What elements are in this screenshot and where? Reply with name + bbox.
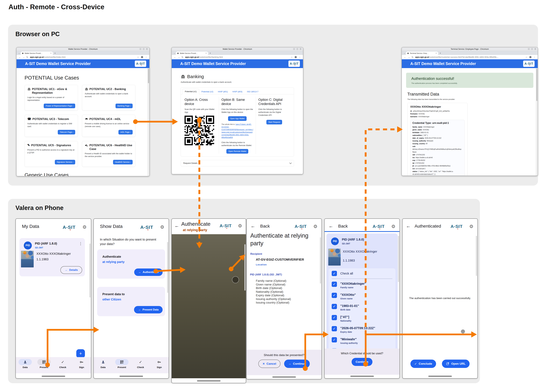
profile-avatar[interactable] (295, 56, 297, 58)
settings-gear-icon[interactable]: ⚙ (391, 224, 396, 229)
home-indicator[interactable] (197, 380, 221, 381)
attribute-row[interactable]: ✓ "2026-05-07T09:13:22Z"Expiry date (332, 326, 392, 334)
home-indicator[interactable] (272, 376, 296, 378)
signature-service-button[interactable]: Signature Service › (55, 160, 75, 164)
close-icon[interactable]: × (534, 48, 536, 50)
scrollbar[interactable] (89, 244, 91, 297)
window-titlebar[interactable]: Terminal Service: Employee-Page - Chromi… (402, 47, 538, 51)
bookmark-star-icon[interactable]: ☆ (137, 56, 139, 58)
bookmark-star-icon[interactable]: ☆ (526, 56, 527, 58)
scrollbar[interactable] (167, 242, 168, 293)
checkbox-checked-icon[interactable]: ✓ (332, 315, 337, 320)
camera-shutter-icon[interactable] (232, 276, 239, 283)
forward-icon[interactable]: → (408, 56, 410, 58)
back-icon[interactable]: ← (175, 223, 179, 228)
attribute-row[interactable]: ✓ "1983-01-01"Birth date (332, 304, 392, 312)
haip-link[interactable]: haip://?client_id=AT-GV-EGIZ-CUSTOMVERIF… (221, 123, 253, 138)
settings-gear-icon[interactable]: ⚙ (238, 223, 242, 229)
home-indicator[interactable] (119, 376, 143, 377)
url-bar[interactable]: ← → ↻ apps.egiz.gv.at/customverifier/cus… (402, 55, 538, 59)
reload-icon[interactable]: ↻ (26, 56, 28, 58)
back-icon[interactable]: ← (406, 223, 410, 229)
cancel-button[interactable]: ×Cancel (258, 360, 280, 368)
new-tab-icon[interactable]: + (440, 52, 441, 54)
scrollbar[interactable] (398, 236, 399, 282)
nav-item-data[interactable]: Data (94, 357, 112, 373)
close-icon[interactable]: × (146, 48, 148, 50)
profile-avatar[interactable] (141, 56, 143, 58)
attribute-row[interactable]: ✓ ["AT"]Nationality (332, 315, 392, 323)
nav-item-sign[interactable]: Sign (150, 357, 169, 373)
attribute-row[interactable]: ✓ "XXXOttakringer"Family name (332, 282, 392, 290)
tab-haip-d03[interactable]: HAIP (d03) (230, 89, 245, 94)
scrollbar[interactable] (320, 237, 321, 284)
continue-button[interactable]: →Continue (284, 360, 310, 368)
new-tab-icon[interactable]: + (54, 52, 56, 54)
close-icon[interactable]: × (299, 48, 302, 50)
settings-gear-icon[interactable]: ⚙ (160, 224, 164, 230)
add-credential-fab[interactable]: + (76, 349, 85, 358)
scrollbar[interactable] (244, 244, 246, 290)
tab-close-icon[interactable]: × (436, 52, 437, 54)
continue-button[interactable]: Continue (351, 358, 372, 366)
tab-search-caret-icon[interactable]: ⌄ (404, 52, 405, 54)
back-icon[interactable]: ← (329, 223, 333, 229)
checkbox-checked-icon[interactable]: ✓ (332, 326, 337, 331)
nav-item-sign[interactable]: Sign (72, 357, 91, 373)
browser-tab[interactable]: Terminal Service: Emp… × (406, 51, 438, 55)
nav-item-check[interactable]: ✓ Check (131, 357, 150, 373)
scrollbar[interactable] (536, 68, 538, 175)
credential-card-pid[interactable]: PID PID (ARF 1.8.0) SD-JWT ⋮ Pass 2 XXXO… (20, 238, 85, 276)
home-indicator[interactable] (42, 376, 65, 377)
minimize-icon[interactable]: – (293, 48, 295, 50)
browser-menu-icon[interactable]: ⋮ (533, 56, 535, 58)
power-of-representation-button[interactable]: Power of Representation Page › (44, 104, 75, 108)
bookmark-star-icon[interactable]: ☆ (291, 56, 292, 58)
attribute-row[interactable]: ✓ "Miniwahr"Issuing authority (332, 337, 392, 346)
start-request-button[interactable]: Start Request (266, 120, 282, 124)
nav-item-present[interactable]: Present (112, 357, 131, 373)
open-url-button[interactable]: Open URL (442, 360, 470, 368)
window-titlebar[interactable]: Wallet Service Provider - Chromium – ▫ × (17, 47, 149, 51)
banking-page-button[interactable]: Banking Page › (116, 104, 133, 108)
settings-gear-icon[interactable]: ⚙ (469, 224, 474, 229)
tab-iso-18013-7[interactable]: ISO 18013-7 (245, 89, 261, 94)
home-indicator[interactable] (350, 376, 374, 377)
location-link[interactable]: Location (256, 263, 267, 266)
reload-icon[interactable]: ↻ (412, 56, 414, 58)
tab-close-icon[interactable]: × (206, 52, 207, 54)
forward-icon[interactable]: → (178, 56, 180, 58)
back-icon[interactable]: ← (19, 56, 21, 58)
browser-tab[interactable]: Wallet Service Provid… × (176, 51, 208, 55)
credential-select-card[interactable]: PID PID (ARF 1.8.0) SD-JWT Pass 2 XXXOtt… (326, 233, 398, 351)
url-bar[interactable]: ← → ↻ apps.egiz.gv.at/customverifier/ban… (172, 55, 303, 59)
home-indicator[interactable] (428, 376, 452, 377)
request-details-accordion[interactable]: Request Details (181, 160, 294, 167)
healthid-service-button[interactable]: HealthID Service › (113, 160, 133, 164)
profile-avatar[interactable] (529, 56, 532, 58)
checkbox-checked-icon[interactable]: ✓ (332, 337, 337, 342)
browser-menu-icon[interactable]: ⋮ (299, 56, 301, 58)
present-data-button[interactable]: →Present Data (134, 306, 162, 313)
reload-icon[interactable]: ↻ (182, 56, 183, 58)
browser-tab[interactable]: Wallet Service Provid… × (21, 51, 53, 55)
back-icon[interactable]: ← (174, 56, 176, 58)
browser-menu-icon[interactable]: ⋮ (145, 56, 147, 58)
authenticate-button[interactable]: →Authenticate (134, 269, 162, 276)
tab-search-caret-icon[interactable]: ⌄ (18, 52, 20, 54)
settings-gear-icon[interactable]: ⚙ (313, 224, 318, 229)
back-icon[interactable]: ← (404, 56, 406, 58)
tab-search-caret-icon[interactable]: ⌄ (174, 52, 175, 54)
checkbox-checked-icon[interactable]: ✓ (332, 271, 337, 276)
checkbox-checked-icon[interactable]: ✓ (332, 304, 337, 309)
maximize-icon[interactable]: ▫ (143, 48, 145, 50)
nav-item-data[interactable]: Data (16, 357, 35, 373)
minimize-icon[interactable]: – (139, 48, 142, 50)
url-bar[interactable]: ← → ↻ apps.egiz.gv.at/customverifier/ind… (17, 55, 149, 59)
nav-item-present[interactable]: Present (35, 357, 53, 373)
tab-potential-v1[interactable]: Potential (v1) (182, 89, 199, 94)
maximize-icon[interactable]: ▫ (531, 48, 533, 50)
minimize-icon[interactable]: – (528, 48, 530, 50)
back-label[interactable]: Back (260, 224, 270, 229)
nav-item-check[interactable]: ✓ Check (53, 357, 72, 373)
